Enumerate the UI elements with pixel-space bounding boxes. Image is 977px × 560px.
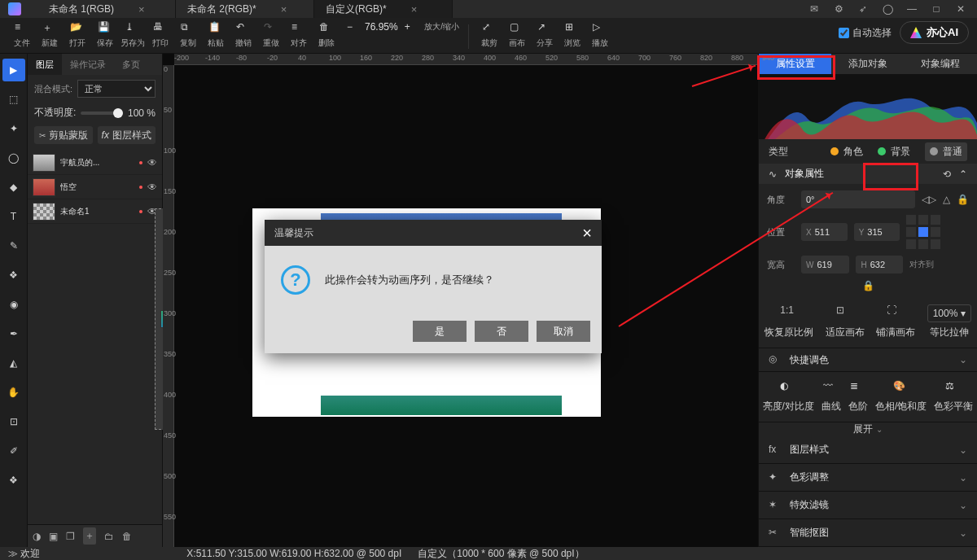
user-icon[interactable]: ◯ xyxy=(881,2,894,15)
browse-button[interactable]: ⊞浏览 xyxy=(559,21,586,49)
flip-h-icon[interactable]: ◁▷ xyxy=(922,194,936,205)
share-button[interactable]: ↗分享 xyxy=(531,21,559,49)
close-icon[interactable]: ✕ xyxy=(954,2,967,15)
dialog-no-button[interactable]: 否 xyxy=(475,321,528,342)
tool-marquee[interactable]: ⬚ xyxy=(2,88,25,111)
tool-move[interactable]: ▶ xyxy=(2,59,25,81)
layer-folder-icon[interactable]: 🗀 xyxy=(104,531,114,542)
print-button[interactable]: 🖶打印 xyxy=(147,21,174,49)
layers-tab-2[interactable]: 多页 xyxy=(114,54,148,75)
new-button[interactable]: ＋新建 xyxy=(36,21,64,49)
dialog-yes-button[interactable]: 是 xyxy=(413,321,467,342)
tab-close-icon[interactable]: × xyxy=(411,3,418,15)
zoom-in-icon[interactable]: + xyxy=(405,21,416,33)
eye-icon[interactable]: 👁 xyxy=(147,182,157,193)
clip-mask-button[interactable]: ✂ 剪贴蒙版 xyxy=(34,126,93,144)
undo-button[interactable]: ↶撤销 xyxy=(230,21,257,49)
tool-shape[interactable]: ◭ xyxy=(2,352,25,374)
zoom-out-icon[interactable]: − xyxy=(347,21,358,33)
saveas-button[interactable]: ⤓另存为 xyxy=(119,21,147,49)
tab-close-icon[interactable]: × xyxy=(138,3,145,15)
right-tab-1[interactable]: 添加对象 xyxy=(831,54,904,74)
fit-scale[interactable]: 100% ▾等比拉伸 xyxy=(927,304,971,339)
tool-pen[interactable]: ✒ xyxy=(2,322,25,345)
fit-option-2[interactable]: ⛶铺满画布 xyxy=(876,304,915,339)
blend-mode-select[interactable]: 正常 xyxy=(77,80,156,98)
pos-x-input[interactable]: X511 xyxy=(801,223,848,241)
resize-button[interactable]: ⤢裁剪 xyxy=(475,21,503,49)
section-2[interactable]: ✶特效滤镜⌄ xyxy=(759,492,977,519)
object-attr-head[interactable]: ∿ 对象属性 ⟲ ⌃ xyxy=(759,164,977,184)
fit-option-1[interactable]: ⊡适应画布 xyxy=(826,304,865,339)
layer-add-icon[interactable]: ＋ xyxy=(83,527,96,545)
section-3[interactable]: ✂智能抠图⌄ xyxy=(759,519,977,547)
dialog-cancel-button[interactable]: 取消 xyxy=(537,321,590,342)
tab-close-icon[interactable]: × xyxy=(281,3,287,15)
anchor-grid[interactable] xyxy=(906,215,949,249)
flip-v-icon[interactable]: △ xyxy=(943,194,950,205)
maximize-icon[interactable]: □ xyxy=(930,2,943,15)
right-tab-2[interactable]: 对象编程 xyxy=(905,54,977,74)
quick-3[interactable]: 🎨色相/饱和度 xyxy=(875,380,927,413)
tool-clone[interactable]: ❖ xyxy=(2,264,25,287)
tool-lasso[interactable]: ◯ xyxy=(2,147,25,169)
settings-icon[interactable]: ⚙ xyxy=(832,2,845,15)
layer-row[interactable]: 未命名1👁 xyxy=(28,199,162,224)
canvas-button[interactable]: ▢画布 xyxy=(503,21,531,49)
align-button[interactable]: ≡对齐 xyxy=(285,21,313,49)
file-button[interactable]: ≡文件 xyxy=(8,21,36,49)
fit-option-0[interactable]: 1:1恢复原比例 xyxy=(765,304,813,339)
tool-eyedrop[interactable]: ✐ xyxy=(2,440,25,462)
quick-4[interactable]: ⚖色彩平衡 xyxy=(934,380,973,413)
section-1[interactable]: ✦色彩调整⌄ xyxy=(759,464,977,492)
tool-hand[interactable]: ✋ xyxy=(2,381,25,404)
tool-crop[interactable]: ⊡ xyxy=(2,410,25,433)
expand-button[interactable]: 展开 ⌄ xyxy=(759,422,977,436)
size-h-input[interactable]: H632 xyxy=(856,256,902,273)
type-option-2[interactable]: 普通 xyxy=(925,142,967,161)
tool-blur[interactable]: ◉ xyxy=(2,293,25,316)
type-option-1[interactable]: 背景 xyxy=(878,142,910,161)
zoom-value[interactable]: 76.95% xyxy=(365,21,398,33)
layer-group-icon[interactable]: ❐ xyxy=(66,531,75,542)
chevron-up-icon[interactable]: ⌃ xyxy=(959,168,967,180)
tool-brush[interactable]: ✎ xyxy=(2,234,25,257)
ai-button[interactable]: 亦心AI xyxy=(900,21,969,44)
layer-row[interactable]: u=11330...👁 xyxy=(155,208,162,430)
doc-tab-0[interactable]: 未命名 1(RGB)× xyxy=(37,0,176,18)
auto-select-checkbox[interactable]: 自动选择 xyxy=(839,26,892,40)
quick-0[interactable]: ◐亮度/对比度 xyxy=(763,380,814,413)
tool-text[interactable]: T xyxy=(2,205,25,228)
layer-row[interactable]: 宇航员的...👁 xyxy=(28,151,162,175)
size-w-input[interactable]: W619 xyxy=(801,256,849,273)
paste-button[interactable]: 📋粘贴 xyxy=(202,21,230,49)
type-option-0[interactable]: 角色 xyxy=(830,142,863,161)
layer-delete-icon[interactable]: 🗑 xyxy=(122,531,132,542)
eye-icon[interactable]: 👁 xyxy=(147,157,157,168)
pos-y-input[interactable]: Y315 xyxy=(854,223,900,241)
tool-wand[interactable]: ✦ xyxy=(2,117,25,140)
doc-tab-1[interactable]: 未命名 2(RGB)*× xyxy=(176,0,314,18)
layer-fx-button[interactable]: fx 图层样式 xyxy=(98,126,156,144)
opacity-slider[interactable] xyxy=(81,112,123,115)
quick-2[interactable]: ≣色阶 xyxy=(848,380,868,413)
tool-fill[interactable]: ◆ xyxy=(2,176,25,199)
quick-color-head[interactable]: ◎ 快捷调色 ⌄ xyxy=(759,348,977,372)
save-button[interactable]: 💾保存 xyxy=(91,21,119,49)
play-button[interactable]: ▷播放 xyxy=(586,21,614,49)
tool-stack[interactable]: ❖ xyxy=(2,469,25,492)
layer-link-icon[interactable]: ◑ xyxy=(33,531,41,542)
minimize-icon[interactable]: — xyxy=(905,2,918,15)
layer-mask-icon[interactable]: ▣ xyxy=(49,531,58,542)
eye-icon[interactable]: 👁 xyxy=(147,206,157,217)
redo-button[interactable]: ↷重做 xyxy=(257,21,285,49)
layers-tab-1[interactable]: 操作记录 xyxy=(62,54,114,75)
quick-1[interactable]: 〰曲线 xyxy=(821,380,841,413)
layer-row[interactable]: 悟空👁 xyxy=(28,175,162,199)
section-0[interactable]: fx图层样式⌄ xyxy=(759,436,977,464)
reset-icon[interactable]: ⟲ xyxy=(943,168,951,180)
dialog-close-icon[interactable]: × xyxy=(582,224,592,243)
delete-button[interactable]: 🗑删除 xyxy=(313,21,340,49)
lock-icon[interactable]: 🔒 xyxy=(957,194,969,205)
copy-button[interactable]: ⧉复制 xyxy=(174,21,202,49)
